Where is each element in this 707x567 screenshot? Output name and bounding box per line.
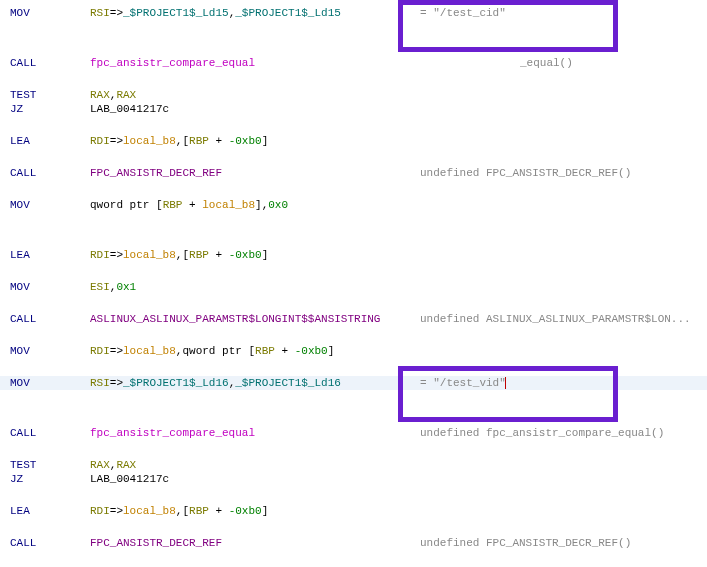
function-name: FPC_ANSISTR_DECR_REF xyxy=(90,537,222,549)
register: RSI xyxy=(90,7,110,19)
label: LAB_0041217c xyxy=(90,473,169,485)
register: RBP xyxy=(189,249,209,261)
mnemonic: CALL xyxy=(10,313,90,325)
operands: RDI=>local_b8,[RBP + -0xb0] xyxy=(90,505,707,517)
local-var: local_b8 xyxy=(123,135,176,147)
register: RBP xyxy=(255,345,275,357)
mnemonic: CALL xyxy=(10,167,90,179)
asm-row[interactable]: MOVqword ptr [RBP + local_b8],0x0 xyxy=(0,198,707,212)
number: -0xb0 xyxy=(295,345,328,357)
register: RBP xyxy=(189,135,209,147)
mnemonic: MOV xyxy=(10,281,90,293)
symbol: _$PROJECT1$_Ld16 xyxy=(235,377,341,389)
number: -0xb0 xyxy=(229,505,262,517)
disassembly-listing[interactable]: MOVRSI=>_$PROJECT1$_Ld15,_$PROJECT1$_Ld1… xyxy=(0,6,707,567)
symbol: _$PROJECT1$_Ld15 xyxy=(123,7,229,19)
spacer-row xyxy=(0,408,707,426)
eol-comment: _equal() xyxy=(520,57,702,69)
symbol: _$PROJECT1$_Ld15 xyxy=(235,7,341,19)
mnemonic: LEA xyxy=(10,505,90,517)
spacer-row xyxy=(0,486,707,504)
spacer-row xyxy=(0,294,707,312)
spacer-row xyxy=(0,326,707,344)
operands: RDI=>local_b8,[RBP + -0xb0] xyxy=(90,249,707,261)
eol-comment: undefined ASLINUX_ASLINUX_PARAMSTR$LON..… xyxy=(420,313,702,325)
asm-row[interactable]: JZLAB_0041217c xyxy=(0,102,707,116)
mnemonic: MOV xyxy=(10,345,90,357)
text-cursor xyxy=(505,377,506,389)
mnemonic: TEST xyxy=(10,89,90,101)
asm-row[interactable]: MOVRSI=>_$PROJECT1$_Ld15,_$PROJECT1$_Ld1… xyxy=(0,6,707,20)
eol-comment: = "/test_vid" xyxy=(420,377,702,389)
spacer-row xyxy=(0,230,707,248)
number: -0xb0 xyxy=(229,135,262,147)
number: -0xb0 xyxy=(229,249,262,261)
asm-row[interactable]: CALLfpc_ansistr_compare_equalundefined f… xyxy=(0,426,707,440)
asm-row[interactable]: MOVRSI=>_$PROJECT1$_Ld16,_$PROJECT1$_Ld1… xyxy=(0,376,707,390)
operands: RDI=>local_b8,[RBP + -0xb0] xyxy=(90,135,707,147)
operands: qword ptr [RBP + local_b8],0x0 xyxy=(90,199,707,211)
spacer-row xyxy=(0,38,707,56)
mnemonic: CALL xyxy=(10,427,90,439)
mnemonic: CALL xyxy=(10,57,90,69)
mnemonic: JZ xyxy=(10,473,90,485)
operands: LAB_0041217c xyxy=(90,103,707,115)
asm-row[interactable]: LEARDI=>local_b8,[RBP + -0xb0] xyxy=(0,248,707,262)
function-name: ASLINUX_ASLINUX_PARAMSTR$LONGINT$$ANSIST… xyxy=(90,313,380,325)
number: 0x1 xyxy=(116,281,136,293)
operands: RAX,RAX xyxy=(90,459,707,471)
mnemonic: TEST xyxy=(10,459,90,471)
asm-row[interactable]: TESTRAX,RAX xyxy=(0,458,707,472)
asm-row[interactable]: CALLFPC_ANSISTR_DECR_REFundefined FPC_AN… xyxy=(0,166,707,180)
label: LAB_0041217c xyxy=(90,103,169,115)
asm-row[interactable]: MOVRDI=>local_b8,qword ptr [RBP + -0xb0] xyxy=(0,344,707,358)
register: RDI xyxy=(90,345,110,357)
spacer-row xyxy=(0,116,707,134)
spacer-row xyxy=(0,212,707,230)
register: RBP xyxy=(189,505,209,517)
local-var: local_b8 xyxy=(202,199,255,211)
operands: ESI,0x1 xyxy=(90,281,707,293)
spacer-row xyxy=(0,518,707,536)
function-name: fpc_ansistr_compare_equal xyxy=(90,427,255,439)
spacer-row xyxy=(0,148,707,166)
local-var: local_b8 xyxy=(123,345,176,357)
asm-row[interactable]: LEARDI=>local_b8,[RBP + -0xb0] xyxy=(0,134,707,148)
asm-row[interactable]: CALLASLINUX_ASLINUX_PARAMSTR$LONGINT$$AN… xyxy=(0,312,707,326)
register: RBP xyxy=(163,199,183,211)
spacer-row xyxy=(0,440,707,458)
mnemonic: MOV xyxy=(10,199,90,211)
asm-row[interactable]: LEARDI=>local_b8,[RBP + -0xb0] xyxy=(0,504,707,518)
mnemonic: LEA xyxy=(10,135,90,147)
register: ESI xyxy=(90,281,110,293)
eol-comment: undefined fpc_ansistr_compare_equal() xyxy=(420,427,702,439)
register: RDI xyxy=(90,505,110,517)
eol-comment: = "/test_cid" xyxy=(420,7,702,19)
register: RAX xyxy=(90,89,110,101)
spacer-row xyxy=(0,70,707,88)
symbol: _$PROJECT1$_Ld16 xyxy=(123,377,229,389)
number: 0x0 xyxy=(268,199,288,211)
function-name: fpc_ansistr_compare_equal xyxy=(90,57,255,69)
register: RSI xyxy=(90,377,110,389)
spacer-row xyxy=(0,262,707,280)
spacer-row xyxy=(0,390,707,408)
operands: RDI=>local_b8,qword ptr [RBP + -0xb0] xyxy=(90,345,707,357)
operands: LAB_0041217c xyxy=(90,473,707,485)
register: RDI xyxy=(90,249,110,261)
spacer-row xyxy=(0,20,707,38)
eol-comment: undefined FPC_ANSISTR_DECR_REF() xyxy=(420,167,702,179)
mnemonic: CALL xyxy=(10,537,90,549)
asm-row[interactable]: JZLAB_0041217c xyxy=(0,472,707,486)
register: RDI xyxy=(90,135,110,147)
asm-row[interactable]: TESTRAX,RAX xyxy=(0,88,707,102)
eol-comment: undefined FPC_ANSISTR_DECR_REF() xyxy=(420,537,702,549)
mnemonic: MOV xyxy=(10,377,90,389)
register: RAX xyxy=(116,459,136,471)
mnemonic: LEA xyxy=(10,249,90,261)
asm-row[interactable]: CALLFPC_ANSISTR_DECR_REFundefined FPC_AN… xyxy=(0,536,707,550)
asm-row[interactable]: CALLfpc_ansistr_compare_equal_equal() xyxy=(0,56,707,70)
operands: RAX,RAX xyxy=(90,89,707,101)
asm-row[interactable]: MOVESI,0x1 xyxy=(0,280,707,294)
local-var: local_b8 xyxy=(123,505,176,517)
